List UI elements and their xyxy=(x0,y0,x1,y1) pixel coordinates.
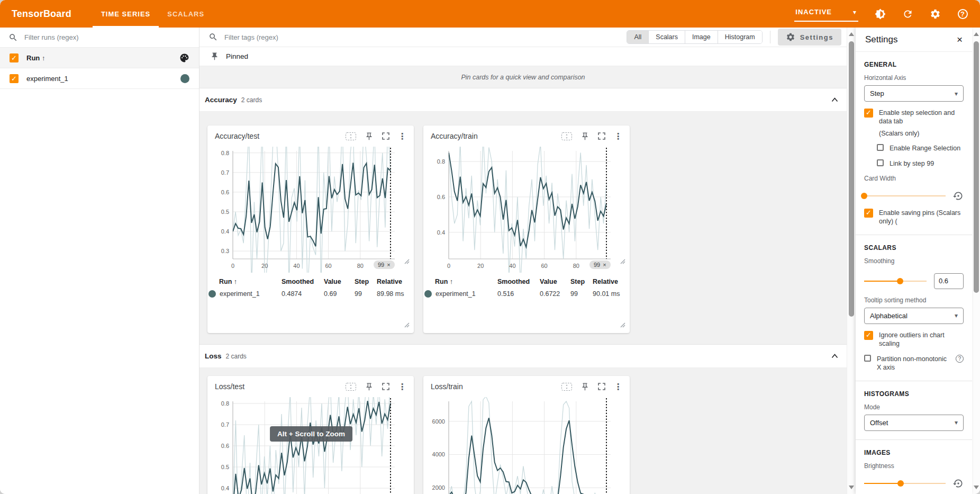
step-selection-row[interactable]: ✓ Enable step selection and data tab xyxy=(864,109,964,126)
ignore-outliers-row[interactable]: ✓ Ignore outliers in chart scaling xyxy=(864,331,964,348)
col-step[interactable]: Step xyxy=(355,278,377,285)
smoothing-slider[interactable] xyxy=(864,281,927,282)
card-resize-handle[interactable] xyxy=(620,320,625,330)
range-selection-checkbox[interactable] xyxy=(877,144,884,151)
filter-scalars-button[interactable]: Scalars xyxy=(648,31,685,43)
pin-card-button[interactable] xyxy=(365,382,374,391)
scroll-up-arrow[interactable] xyxy=(974,32,979,36)
run-color-swatch[interactable] xyxy=(180,74,189,83)
images-heading: IMAGES xyxy=(864,449,964,456)
select-all-runs-checkbox[interactable]: ✓ xyxy=(10,53,19,62)
card-resize-handle[interactable] xyxy=(404,320,410,330)
scroll-down-arrow[interactable] xyxy=(849,486,854,489)
col-run[interactable]: Run ↑ xyxy=(435,278,497,285)
ignore-outliers-checkbox[interactable]: ✓ xyxy=(864,331,873,340)
fullscreen-button[interactable] xyxy=(597,132,606,140)
remove-step-icon[interactable]: × xyxy=(387,262,390,268)
partition-x-checkbox[interactable] xyxy=(864,355,871,362)
reset-brightness-button[interactable] xyxy=(953,478,964,489)
runs-filter-input[interactable] xyxy=(24,33,173,41)
brightness-toggle-button[interactable] xyxy=(874,8,886,20)
reload-status-dropdown[interactable]: INACTIVE ▾ xyxy=(794,6,858,22)
selected-step-chip[interactable]: 99 × xyxy=(374,261,395,269)
pin-card-button[interactable] xyxy=(580,132,589,141)
scalar-chart[interactable]: 0.30.40.50.60.70.8020406080 99 × xyxy=(208,147,414,273)
saving-pins-checkbox[interactable]: ✓ xyxy=(864,209,873,218)
slider-thumb[interactable] xyxy=(861,193,867,199)
fit-to-data-button[interactable] xyxy=(345,382,357,391)
saving-pins-row[interactable]: ✓ Enable saving pins (Scalars only) ( xyxy=(864,209,964,226)
filter-image-button[interactable]: Image xyxy=(685,31,718,43)
collapse-section-button[interactable] xyxy=(831,97,838,102)
slider-thumb[interactable] xyxy=(897,278,903,284)
fit-to-data-button[interactable] xyxy=(561,132,573,141)
smoothing-value-input[interactable] xyxy=(934,273,964,289)
col-step[interactable]: Step xyxy=(570,278,593,285)
step-selection-checkbox[interactable]: ✓ xyxy=(864,109,873,118)
horizontal-axis-select[interactable]: Step ▾ xyxy=(864,85,964,102)
col-run[interactable]: Run ↑ xyxy=(219,278,282,285)
link-by-step-row[interactable]: Link by step 99 xyxy=(877,159,964,168)
selected-step-chip[interactable]: 99 × xyxy=(589,261,611,269)
run-checkbox[interactable]: ✓ xyxy=(10,74,19,83)
scroll-down-arrow[interactable] xyxy=(974,486,979,489)
help-icon[interactable]: ? xyxy=(956,355,964,363)
section-header-accuracy[interactable]: Accuracy 2 cards xyxy=(199,88,847,112)
refresh-button[interactable] xyxy=(902,8,913,20)
scalar-chart[interactable]: 0.40.60.8020406080 99 × xyxy=(424,147,630,273)
scalar-chart[interactable]: 0.40.50.60.70.8020406080 Alt + Scroll to… xyxy=(208,397,414,494)
close-icon[interactable]: × xyxy=(957,34,963,46)
chart-resize-handle[interactable] xyxy=(620,257,625,266)
scrollbar-thumb[interactable] xyxy=(849,41,854,317)
fit-to-data-button[interactable] xyxy=(345,132,357,141)
card-more-menu-button[interactable]: ⋮ xyxy=(398,382,406,392)
main-scrollbar[interactable] xyxy=(847,28,856,494)
section-header-loss[interactable]: Loss 2 cards xyxy=(199,345,847,368)
pin-card-button[interactable] xyxy=(365,132,374,141)
runs-column-header[interactable]: Run ↑ xyxy=(26,54,45,62)
filter-all-button[interactable]: All xyxy=(627,31,648,43)
scrollbar-thumb[interactable] xyxy=(974,41,979,293)
col-relative[interactable]: Relative xyxy=(377,278,411,285)
help-button[interactable]: ? xyxy=(957,8,968,20)
global-settings-button[interactable] xyxy=(929,8,941,20)
col-value[interactable]: Value xyxy=(540,278,570,285)
fullscreen-button[interactable] xyxy=(382,382,390,391)
open-settings-button[interactable]: Settings xyxy=(778,29,841,46)
tab-time-series[interactable]: TIME SERIES xyxy=(93,0,159,28)
card-more-menu-button[interactable]: ⋮ xyxy=(398,131,406,141)
reset-card-width-button[interactable] xyxy=(953,191,964,201)
tab-scalars[interactable]: SCALARS xyxy=(159,0,213,28)
scroll-up-arrow[interactable] xyxy=(849,32,854,36)
card-more-menu-button[interactable]: ⋮ xyxy=(614,382,622,392)
runs-header-row[interactable]: ✓ Run ↑ xyxy=(0,48,199,68)
collapse-section-button[interactable] xyxy=(831,354,838,358)
col-smoothed[interactable]: Smoothed xyxy=(497,278,540,285)
scalar-chart[interactable]: 200040006000020406080 xyxy=(424,397,630,494)
col-relative[interactable]: Relative xyxy=(593,278,627,285)
slider-thumb[interactable] xyxy=(897,480,904,487)
card-more-menu-button[interactable]: ⋮ xyxy=(614,131,622,141)
palette-icon[interactable] xyxy=(179,53,189,63)
tooltip-sorting-select[interactable]: Alphabetical ▾ xyxy=(864,308,964,324)
chart-resize-handle[interactable] xyxy=(404,257,410,266)
fit-to-data-button[interactable] xyxy=(561,382,573,391)
fullscreen-button[interactable] xyxy=(597,382,606,391)
settings-scrollbar[interactable] xyxy=(972,28,980,494)
remove-step-icon[interactable]: × xyxy=(603,262,606,268)
col-smoothed[interactable]: Smoothed xyxy=(282,278,324,285)
range-selection-row[interactable]: Enable Range Selection xyxy=(877,144,964,152)
svg-text:0.6: 0.6 xyxy=(437,194,445,200)
run-row-experiment-1[interactable]: ✓ experiment_1 xyxy=(0,68,199,89)
tags-filter-input[interactable] xyxy=(224,33,373,41)
card-width-slider[interactable] xyxy=(864,195,946,196)
partition-x-row[interactable]: Partition non-monotonic X axis ? xyxy=(864,355,964,372)
clipped-info-icon: ( xyxy=(895,218,897,225)
link-by-step-checkbox[interactable] xyxy=(877,159,884,166)
filter-histogram-button[interactable]: Histogram xyxy=(718,31,762,43)
pin-card-button[interactable] xyxy=(580,382,589,391)
brightness-slider[interactable] xyxy=(864,483,946,484)
col-value[interactable]: Value xyxy=(324,278,355,285)
histogram-mode-select[interactable]: Offset ▾ xyxy=(864,415,964,431)
fullscreen-button[interactable] xyxy=(382,132,390,140)
